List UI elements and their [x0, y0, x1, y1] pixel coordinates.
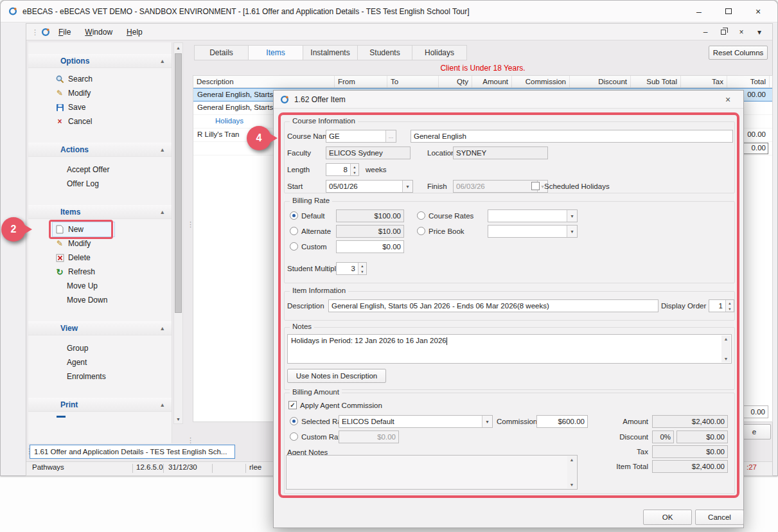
- faculty-field[interactable]: ELICOS Sydney: [326, 146, 411, 159]
- section-header-actions[interactable]: Actions ▴: [28, 143, 172, 157]
- start-date-picker[interactable]: 05/01/26 ▾: [326, 180, 413, 193]
- discount-percent-field[interactable]: 0%: [652, 430, 674, 443]
- sidebar-item-move-up[interactable]: Move Up: [28, 279, 172, 293]
- alternate-rate-field[interactable]: $10.00: [336, 225, 404, 238]
- sidebar-item-accept-offer[interactable]: Accept Offer: [28, 163, 172, 177]
- course-rates-select[interactable]: ▾: [488, 209, 578, 222]
- tab-instalments[interactable]: Instalments: [303, 45, 358, 60]
- sidebar-item-enrolments[interactable]: Enrolments: [28, 369, 172, 384]
- sidebar-item-refresh[interactable]: ↻ Refresh: [28, 265, 172, 279]
- spin-down-icon[interactable]: ▾: [358, 269, 366, 274]
- minimize-button[interactable]: –: [693, 5, 705, 18]
- col-from[interactable]: From: [335, 76, 387, 87]
- spin-up-icon[interactable]: ▴: [726, 300, 734, 306]
- section-header-items[interactable]: Items ▴: [28, 205, 172, 219]
- course-name-value-field[interactable]: General English: [411, 130, 733, 143]
- maximize-button[interactable]: [722, 5, 735, 18]
- chevron-down-icon[interactable]: ▾: [567, 226, 577, 237]
- section-header-print[interactable]: Print ▴: [28, 398, 172, 412]
- selected-rate-select[interactable]: ELICOS Default ▾: [339, 415, 493, 428]
- student-multiplier-stepper[interactable]: 3 ▴▾: [336, 262, 367, 275]
- selected-rate-radio[interactable]: [290, 417, 298, 425]
- course-lookup-button[interactable]: …: [385, 130, 396, 142]
- tab-students[interactable]: Students: [358, 45, 412, 60]
- scheduled-holidays-checkbox[interactable]: [531, 182, 540, 190]
- col-to[interactable]: To: [387, 76, 439, 87]
- section-header-view[interactable]: View ▴: [28, 321, 172, 335]
- spin-up-icon[interactable]: ▴: [358, 263, 366, 269]
- default-rate-radio[interactable]: [290, 211, 298, 220]
- sidebar-item-offer-log[interactable]: Offer Log: [28, 177, 172, 191]
- col-qty[interactable]: Qty: [439, 76, 472, 87]
- commission-field[interactable]: $600.00: [536, 415, 588, 428]
- description-field[interactable]: General English, Starts 05 Jan 2026 - En…: [328, 299, 659, 312]
- dialog-close-button[interactable]: ×: [719, 93, 737, 107]
- col-tax[interactable]: Tax: [681, 76, 727, 87]
- sidebar-item-modify[interactable]: ✎ Modify: [28, 86, 172, 100]
- chevron-down-icon[interactable]: ▾: [482, 416, 492, 427]
- close-button[interactable]: ×: [752, 5, 765, 18]
- mdi-restore-button[interactable]: [718, 27, 729, 37]
- default-rate-field[interactable]: $100.00: [336, 209, 404, 222]
- col-total[interactable]: Total: [727, 76, 770, 87]
- tab-details[interactable]: Details: [194, 45, 249, 60]
- chevron-down-icon[interactable]: ▾: [567, 210, 577, 222]
- price-book-radio[interactable]: [417, 227, 425, 235]
- col-sub-total[interactable]: Sub Total: [631, 76, 681, 87]
- menu-help[interactable]: Help: [121, 26, 148, 39]
- sidebar-item-agent[interactable]: Agent: [28, 355, 172, 369]
- apply-agent-commission-checkbox[interactable]: ✓: [288, 401, 297, 409]
- spin-down-icon[interactable]: ▾: [351, 170, 358, 175]
- sidebar-item-group[interactable]: Group: [28, 341, 172, 355]
- course-code-input[interactable]: GE …: [326, 130, 396, 143]
- scroll-down-icon[interactable]: ▼: [724, 357, 729, 361]
- holidays-link[interactable]: Holidays: [215, 117, 243, 125]
- chevron-down-icon[interactable]: ▾: [402, 181, 412, 192]
- spin-down-icon[interactable]: ▾: [726, 306, 734, 312]
- open-window-tab[interactable]: 1.61 Offer and Application Details - TES…: [30, 445, 235, 459]
- scroll-down-arrow[interactable]: ▼: [174, 414, 182, 423]
- scroll-up-icon[interactable]: ▲: [724, 337, 729, 341]
- spin-up-icon[interactable]: ▴: [351, 164, 358, 170]
- col-description[interactable]: Description: [193, 76, 335, 87]
- mdi-minimize-button[interactable]: –: [700, 27, 711, 37]
- sidebar-item-search[interactable]: Search: [28, 72, 172, 86]
- menu-file[interactable]: File: [53, 26, 76, 39]
- scroll-down-icon[interactable]: ▼: [570, 483, 574, 487]
- pin-icon[interactable]: ▾: [754, 27, 765, 37]
- tab-holidays[interactable]: Holidays: [412, 45, 467, 60]
- custom-rate-field[interactable]: $0.00: [339, 430, 399, 443]
- scrollbar-thumb[interactable]: [175, 53, 182, 313]
- scroll-up-arrow[interactable]: ▲: [174, 43, 182, 52]
- price-book-select[interactable]: ▾: [488, 225, 578, 238]
- sidebar-item-items-modify[interactable]: ✎ Modify: [28, 236, 172, 251]
- col-commission[interactable]: Commission: [512, 76, 570, 87]
- sidebar-item-save[interactable]: Save: [28, 100, 172, 114]
- cancel-button[interactable]: Cancel: [695, 510, 744, 525]
- course-rates-radio[interactable]: [417, 211, 425, 220]
- sidebar-item-delete[interactable]: Delete: [28, 251, 172, 265]
- scroll-up-icon[interactable]: ▲: [570, 457, 574, 462]
- sidebar-item-new[interactable]: New: [53, 222, 114, 236]
- ok-button[interactable]: OK: [643, 510, 692, 525]
- length-stepper[interactable]: 8 ▴▾: [326, 163, 359, 176]
- agent-notes-textarea[interactable]: ▲▼: [286, 455, 578, 490]
- sidebar-scrollbar[interactable]: ▲ ▼: [173, 42, 183, 424]
- menu-window[interactable]: Window: [79, 26, 118, 39]
- display-order-stepper[interactable]: 1 ▴▾: [709, 299, 734, 312]
- col-amount[interactable]: Amount: [472, 76, 512, 87]
- custom-rate-radio[interactable]: [290, 432, 298, 441]
- sidebar-item-cancel[interactable]: × Cancel: [28, 114, 172, 129]
- alternate-rate-radio[interactable]: [290, 227, 298, 235]
- splitter-grip-icon[interactable]: ⋮: [187, 437, 194, 443]
- mdi-close-button[interactable]: ×: [736, 27, 747, 37]
- location-field[interactable]: SYDNEY: [453, 146, 548, 159]
- sidebar-item-move-down[interactable]: Move Down: [28, 293, 172, 307]
- col-discount[interactable]: Discount: [570, 76, 631, 87]
- discount-amount-field[interactable]: $0.00: [676, 430, 728, 443]
- tab-items[interactable]: Items: [249, 45, 303, 60]
- custom-rate-radio-billing[interactable]: [290, 242, 298, 251]
- reset-columns-button[interactable]: Reset Columns: [709, 46, 768, 60]
- section-header-options[interactable]: Options ▴: [28, 54, 172, 68]
- custom-rate-field-billing[interactable]: $0.00: [336, 240, 404, 253]
